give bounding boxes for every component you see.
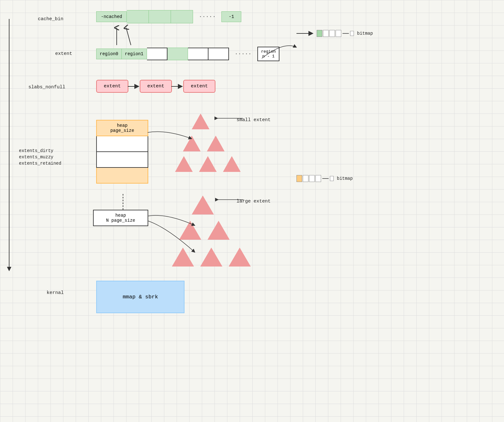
extents-dirty-label: extents_dirty: [19, 148, 61, 153]
extent-cell-3: [147, 48, 167, 60]
bitmap-green-group: bitmap: [296, 30, 371, 37]
kernal-box: mmap & sbrk: [96, 281, 185, 313]
small-tri-row3: [175, 156, 241, 172]
bitmap-green-arrow: [296, 30, 315, 37]
large-extent-arrow: [215, 195, 247, 208]
bitmap-orange-label: bitmap: [337, 176, 353, 181]
slabs-nonfull-label: slabs_nonfull: [28, 85, 65, 90]
slab-extent-1: extent: [96, 80, 128, 93]
bitmap-end-o: [330, 176, 334, 181]
extent-row: region0 region1 ····· regionn - 1: [96, 47, 279, 61]
dashed-line: [121, 194, 125, 210]
extent-label-text: extent: [55, 51, 72, 56]
heap-page-size-section-3: [96, 152, 148, 168]
slabs-nonfull-row: extent extent extent: [96, 80, 215, 93]
extent-region1: region1: [122, 49, 147, 59]
up-arrows: [107, 25, 145, 47]
bitmap-cell: [329, 30, 335, 37]
cache-bin-cell-2: [127, 10, 149, 23]
extent-cell-4: [167, 48, 188, 60]
bitmap-cell-o1: [296, 175, 302, 182]
extent-to-bitmap-arrow: [259, 38, 300, 63]
bitmap-cell: [336, 30, 341, 37]
cache-bin-cell-4: [171, 10, 193, 23]
cache-bin-dots: ·····: [193, 14, 221, 20]
bitmap-cell: [323, 30, 329, 37]
bitmap-end: [350, 31, 354, 36]
bitmap-cell-o4: [315, 175, 321, 182]
bitmap-connector: [343, 33, 349, 34]
bitmap-green-label: bitmap: [357, 31, 373, 36]
extent-cell-5: [188, 48, 208, 60]
slab-extent-3: extent: [183, 80, 215, 93]
heap-page-size-section-4: [96, 168, 148, 184]
extents-labels: extents_dirty extents_muzzy extents_reta…: [19, 148, 61, 166]
heap-page-size-section-2: [96, 136, 148, 152]
cache-bin-cell-3: [149, 10, 171, 23]
vertical-arrow: [7, 19, 11, 271]
bitmap-green: [317, 30, 354, 37]
heap-page-size-box: heappage_size: [96, 120, 148, 184]
bitmap-orange-group: bitmap: [296, 175, 353, 182]
extent-cell-6: [208, 48, 229, 60]
cache-bin-cell-ncached: -ncached: [96, 11, 127, 22]
slab-arrow-1: [128, 83, 140, 90]
bitmap-orange: [296, 175, 334, 182]
bitmap-cell-o3: [309, 175, 315, 182]
heap-to-small-arrow: [148, 126, 195, 145]
heap-n-to-large-arrow2: [148, 214, 198, 255]
bitmap-cell: [317, 30, 322, 37]
svg-line-1: [126, 28, 131, 45]
bitmap-cell-o2: [303, 175, 308, 182]
slab-arrow-2: [171, 83, 184, 90]
cache-bin-cell-minus1: -1: [221, 11, 241, 22]
cache-bin-label: cache_bin: [38, 16, 63, 22]
kernal-label: kernal: [47, 290, 64, 296]
small-extent-arrow: [214, 114, 246, 126]
extent-region0: region0: [96, 49, 122, 59]
extents-retained-label: extents_retained: [19, 161, 61, 166]
heap-n-page-size-box: heapN page_size: [93, 210, 148, 226]
slab-extent-2: extent: [140, 80, 172, 93]
extents-muzzy-label: extents_muzzy: [19, 155, 61, 160]
cache-bin-row: -ncached ····· -1: [96, 10, 241, 23]
extent-dots: ·····: [229, 51, 257, 57]
bitmap-connector-o: [322, 178, 329, 179]
